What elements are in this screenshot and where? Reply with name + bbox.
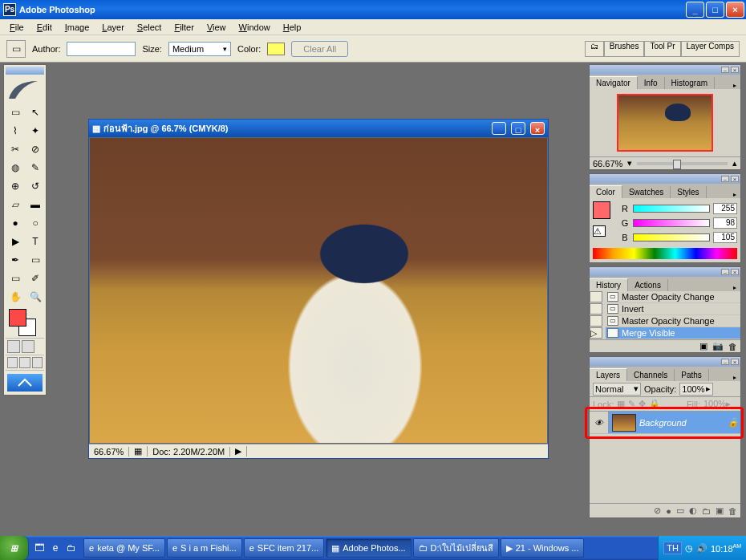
tab-histogram[interactable]: Histogram [665,77,716,89]
slice-tool[interactable]: ⊘ [26,140,45,158]
marquee-tool[interactable]: ▭ [6,103,25,121]
color-ramp[interactable] [593,248,737,259]
eraser-tool[interactable]: ▱ [6,196,25,213]
menu-image[interactable]: Image [59,21,96,34]
tab-styles[interactable]: Styles [671,186,706,198]
hand-tool[interactable]: ✋ [6,288,25,306]
tab-layers[interactable]: Layers [590,368,627,381]
menu-layer[interactable]: Layer [95,21,131,34]
opacity-field[interactable]: 100%▸ [679,383,713,396]
move-tool[interactable]: ↖ [26,103,45,121]
history-brush-source[interactable]: ▷ [590,327,602,339]
task-button[interactable]: 🗀D:\ใบไม้เปลี่ยนสี [413,538,499,558]
color-swatch[interactable] [267,43,285,55]
palette-tab-brushes[interactable]: Brushes [604,41,645,57]
zoom-tool[interactable]: 🔍 [26,288,45,306]
layer-thumbnail[interactable] [612,414,636,432]
layer-name[interactable]: Background [639,418,726,428]
panel-header[interactable]: – × [590,65,740,75]
ie-icon[interactable]: e [48,541,63,555]
dodge-tool[interactable]: ○ [26,214,45,232]
show-desktop-icon[interactable]: 🗔 [32,541,47,555]
panel-close-icon[interactable]: × [731,176,739,182]
eyedropper-tool[interactable]: ✐ [26,270,45,287]
panel-menu-icon[interactable]: ▸ [729,374,740,381]
tab-swatches[interactable]: Swatches [622,186,671,198]
clear-all-button[interactable]: Clear All [291,41,348,57]
zoom-out-icon[interactable]: ▾ [627,158,632,168]
screen-full-icon[interactable] [32,357,43,368]
size-dropdown[interactable]: Medium [168,42,231,56]
r-slider[interactable] [633,205,710,213]
layer-visibility-icon[interactable]: 👁 [590,412,609,433]
panel-menu-icon[interactable]: ▸ [729,191,740,198]
tab-info[interactable]: Info [638,77,665,89]
toolbox-header[interactable] [6,67,44,75]
panel-header[interactable]: – × [590,357,740,367]
history-brush-tool[interactable]: ↺ [26,177,45,195]
screen-full-menu-icon[interactable] [19,357,30,368]
color-foreground-swatch[interactable] [593,201,610,219]
new-fill-adjust-icon[interactable]: ◐ [689,505,697,516]
lock-position-icon[interactable]: ✥ [639,399,646,409]
status-icon[interactable]: ▦ [129,446,148,457]
lock-transparency-icon[interactable]: ▦ [617,399,625,409]
tab-actions[interactable]: Actions [628,279,668,291]
delete-layer-icon[interactable]: 🗑 [728,506,737,516]
panel-close-icon[interactable]: × [731,269,739,275]
menu-edit[interactable]: Edit [30,21,59,34]
layer-mask-icon[interactable]: ▭ [676,505,684,516]
history-item[interactable]: ▭Master Opacity Change [606,315,740,327]
history-brush-source[interactable] [590,303,602,314]
task-button[interactable]: eSFC item 217... [244,538,325,558]
panel-minimize-icon[interactable]: – [721,269,729,275]
menu-select[interactable]: Select [131,21,168,34]
layer-style-icon[interactable]: ● [666,506,671,516]
doc-size-info[interactable]: Doc: 2.20M/2.20M [148,447,230,457]
new-snapshot-icon[interactable]: 📷 [712,341,724,351]
start-button[interactable]: ⊞ [0,536,29,560]
b-value[interactable]: 105 [713,232,737,243]
palette-tab-tool-presets[interactable]: Tool Pr [644,41,680,57]
navigator-thumbnail[interactable] [617,94,713,152]
panel-close-icon[interactable]: × [731,359,739,365]
new-layer-icon[interactable]: ▣ [716,505,724,516]
history-item[interactable]: ▭Merge Visible [606,327,740,339]
task-button[interactable]: eketa @ My SF... [83,538,165,558]
healing-brush-tool[interactable]: ◍ [6,159,25,177]
menu-help[interactable]: Help [277,21,308,34]
doc-maximize-button[interactable]: □ [511,122,525,135]
doc-minimize-button[interactable]: _ [492,122,506,135]
task-button[interactable]: eS i a m Fishi... [167,538,242,558]
type-tool[interactable]: T [26,233,45,250]
tray-icon[interactable]: ◷ [685,543,693,554]
history-brush-source[interactable] [590,315,602,327]
document-titlebar[interactable]: ▦ ก่อนฟ้า.jpg @ 66.7% (CMYK/8) _ □ × [89,120,548,137]
close-button[interactable]: × [726,2,744,18]
gamut-warning-icon[interactable]: ⚠ [593,225,606,237]
maximize-button[interactable]: □ [706,2,724,18]
lock-paint-icon[interactable]: ✎ [628,399,635,409]
panel-header[interactable]: – × [590,267,740,277]
panel-header[interactable]: – × [590,174,740,184]
notes-tool[interactable]: ▭ [6,270,25,287]
tab-history[interactable]: History [590,278,628,291]
tab-channels[interactable]: Channels [627,369,675,381]
link-layers-icon[interactable]: ⊘ [654,505,661,516]
gradient-tool[interactable]: ▬ [26,196,45,213]
r-value[interactable]: 255 [713,203,737,214]
tray-icon[interactable]: 🔊 [696,543,707,554]
panel-minimize-icon[interactable]: – [721,359,729,365]
tab-navigator[interactable]: Navigator [590,76,638,89]
menu-view[interactable]: View [201,21,233,34]
palette-well-icon[interactable]: 🗂 [585,41,604,57]
lasso-tool[interactable]: ⌇ [6,122,25,140]
panel-minimize-icon[interactable]: – [721,176,729,182]
task-button[interactable]: ▦Adobe Photos... [326,538,411,558]
path-selection-tool[interactable]: ▶ [6,233,25,250]
zoom-in-icon[interactable]: ▴ [732,158,737,168]
g-slider[interactable] [633,219,710,227]
panel-minimize-icon[interactable]: – [721,67,729,73]
panel-menu-icon[interactable]: ▸ [729,82,740,89]
notes-tool-icon[interactable]: ▭ [6,40,26,58]
